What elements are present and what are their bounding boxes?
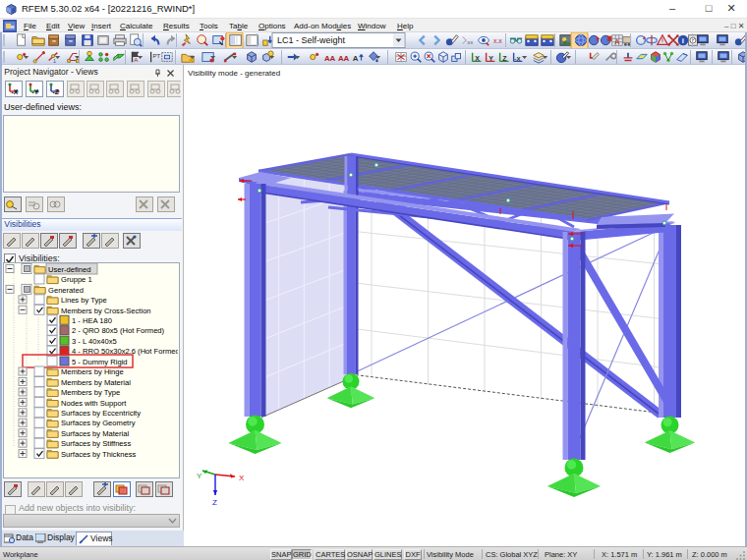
svg-text:LC1 - Self-weight: LC1 - Self-weight: [277, 35, 346, 45]
svg-text:Members by Material: Members by Material: [61, 378, 131, 387]
svg-text:-Z: -Z: [53, 88, 59, 95]
svg-text:x.x: x.x: [493, 37, 502, 44]
svg-text:Surfaces by Material: Surfaces by Material: [61, 429, 130, 438]
svg-text:Members by Type: Members by Type: [61, 388, 120, 397]
svg-text:xx: xx: [467, 38, 473, 45]
svg-text:Gruppe 1: Gruppe 1: [61, 275, 92, 284]
svg-text:A: A: [614, 38, 619, 45]
svg-text:A: A: [134, 56, 139, 63]
svg-text:AA: AA: [338, 53, 350, 62]
svg-text:AA: AA: [324, 53, 336, 62]
svg-text:X: X: [475, 54, 480, 61]
svg-text:3 - L 40x40x5: 3 - L 40x40x5: [72, 337, 117, 346]
svg-text:i: i: [682, 36, 684, 45]
svg-text:2 - QRO 80x5 (Hot Formed): 2 - QRO 80x5 (Hot Formed): [72, 326, 165, 335]
svg-text:Surfaces by Stiffness: Surfaces by Stiffness: [61, 439, 131, 448]
svg-text:Surfaces by Geometry: Surfaces by Geometry: [61, 419, 136, 427]
svg-text:5 - Dummy Rigid: 5 - Dummy Rigid: [72, 358, 128, 366]
svg-text:Generated: Generated: [48, 286, 84, 295]
svg-text:1: 1: [53, 58, 56, 64]
svg-text:Z: Z: [502, 54, 507, 61]
svg-text:Nodes with Support: Nodes with Support: [61, 399, 127, 408]
svg-text:PT: PT: [152, 51, 160, 58]
svg-text:X: X: [239, 474, 245, 482]
svg-text:Surfaces by Eccentricity: Surfaces by Eccentricity: [61, 409, 141, 418]
svg-text:-X: -X: [515, 54, 522, 61]
svg-text:Z: Z: [212, 498, 217, 507]
svg-text:1 - HEA 180: 1 - HEA 180: [72, 316, 112, 325]
svg-text:A: A: [353, 54, 359, 63]
svg-text:Members by Cross-Section: Members by Cross-Section: [61, 307, 151, 315]
svg-text:Y: Y: [197, 472, 202, 480]
svg-text:Members by Hinge: Members by Hinge: [61, 367, 124, 376]
svg-text:-X: -X: [12, 88, 19, 95]
svg-text:User-defined: User-defined: [48, 265, 90, 274]
svg-text:Lines by Type: Lines by Type: [61, 296, 107, 305]
svg-text:-Y: -Y: [32, 88, 39, 95]
svg-text:Y: Y: [488, 54, 493, 61]
svg-text:Surfaces by Thickness: Surfaces by Thickness: [61, 450, 136, 459]
